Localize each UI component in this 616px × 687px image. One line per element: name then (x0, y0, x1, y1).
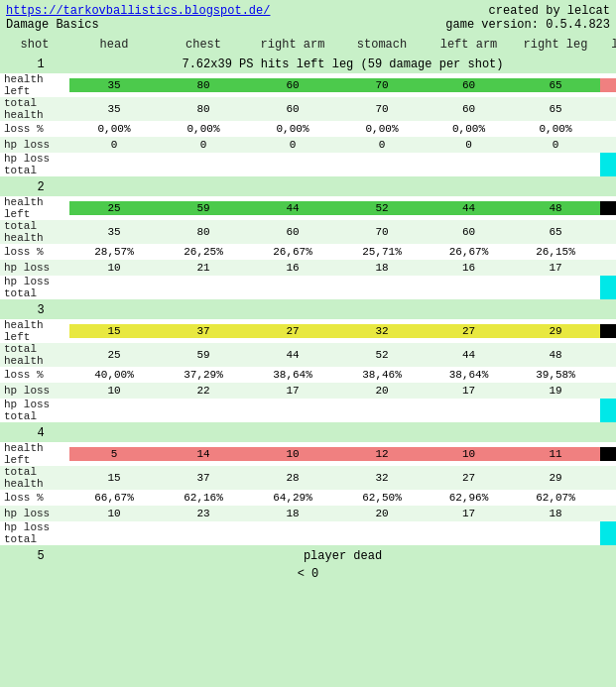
shot-num-3: 3 (6, 303, 75, 317)
cell-4: 44 (427, 348, 511, 362)
cell-6: 65 (600, 348, 616, 362)
cell-3: 70 (337, 78, 427, 92)
cell-0: 10 (69, 384, 159, 398)
cell-2: 27 (248, 324, 337, 338)
cell-1: 62,16% (159, 491, 248, 505)
cell-2: 10 (248, 447, 337, 461)
cell-1: 21 (159, 261, 248, 275)
hp-loss-total-label: hp loss total (0, 153, 69, 176)
cell-2: 60 (248, 225, 337, 239)
cell-5: 65 (511, 78, 600, 92)
cell-4: 26,67% (427, 245, 511, 259)
cell-2: 64,29% (248, 491, 337, 505)
cell-5: 65 (511, 225, 600, 239)
cell-4: 17 (427, 507, 511, 520)
cell-5: 26,15% (511, 245, 600, 259)
data-row-total-health-0: total health35806070606565 (0, 97, 616, 121)
col-shot: shot (0, 38, 69, 52)
shot-title-1: 1 7.62x39 PS hits left leg (59 damage pe… (0, 56, 616, 73)
cell-4: 38,64% (427, 368, 511, 382)
row-label-total-health: total health (0, 97, 69, 121)
shot-title-3: 3 (0, 301, 616, 319)
row-label-loss-%: loss % (0, 123, 69, 135)
cell-5: 0 (511, 138, 600, 152)
hp-loss-total-row-1: hp loss total59 (0, 153, 616, 176)
cell-3: 0 (337, 138, 427, 152)
hp-loss-total-row-4: hp loss total106 (0, 521, 616, 545)
row-label-loss-%: loss % (0, 369, 69, 381)
cell-5: 29 (511, 324, 600, 338)
cell-6: 65 (600, 102, 616, 116)
row-label-health-left: health left (0, 196, 69, 220)
cell-4: 27 (427, 324, 511, 338)
cell-2: 17 (248, 384, 337, 398)
data-row-total-health-3: total health15372832272965 (0, 466, 616, 490)
shot-desc-1: 7.62x39 PS hits left leg (59 damage per … (75, 57, 610, 71)
row-label-health-left: health left (0, 442, 69, 466)
cell-3: 25,71% (337, 245, 427, 259)
cell-5: 48 (511, 201, 600, 215)
header-left: https://tarkovballistics.blogspot.de/ Da… (6, 4, 270, 32)
cell-4: 62,96% (427, 491, 511, 505)
cell-3: 12 (337, 447, 427, 461)
cell-5: 18 (511, 507, 600, 520)
cell-4: 10 (427, 447, 511, 461)
cell-3: 0,00% (337, 122, 427, 136)
cell-6: 0 (600, 201, 616, 215)
cell-2: 0,00% (248, 122, 337, 136)
cell-1: 23 (159, 507, 248, 520)
cell-3: 52 (337, 201, 427, 215)
cell-2: 16 (248, 261, 337, 275)
cell-4: 60 (427, 78, 511, 92)
cell-2: 60 (248, 78, 337, 92)
cell-0: 35 (69, 78, 159, 92)
cell-1: 0 (159, 138, 248, 152)
row-label-hp-loss: hp loss (0, 385, 69, 397)
cell-4: 0 (427, 138, 511, 152)
row-label-health-left: health left (0, 319, 69, 343)
cell-2: 60 (248, 102, 337, 116)
cell-6: 100,00% (600, 368, 616, 382)
shot5-block: 5 player dead < 0 (0, 547, 616, 583)
cell-4: 44 (427, 201, 511, 215)
cell-6: 0 (600, 447, 616, 461)
data-row-health-left-3: health left514101210110 (0, 442, 616, 466)
col-left-arm: left arm (427, 38, 511, 52)
hp-loss-total-label: hp loss total (0, 521, 69, 545)
data-row-total-health-1: total health35806070606565 (0, 220, 616, 244)
row-label-loss-%: loss % (0, 492, 69, 504)
shot-num-1: 1 (6, 57, 75, 71)
cell-3: 70 (337, 102, 427, 116)
hp-loss-total-row-3: hp loss total105 (0, 399, 616, 422)
cell-1: 0,00% (159, 122, 248, 136)
shot5-num: 5 (6, 549, 75, 563)
site-url[interactable]: https://tarkovballistics.blogspot.de/ (6, 4, 270, 18)
cell-4: 0,00% (427, 122, 511, 136)
cell-0: 35 (69, 225, 159, 239)
row-label-hp-loss: hp loss (0, 508, 69, 519)
cell-6: 6 (600, 78, 616, 92)
cell-1: 80 (159, 102, 248, 116)
cell-1: 14 (159, 447, 248, 461)
shot-block-1: 1 7.62x39 PS hits left leg (59 damage pe… (0, 56, 616, 176)
col-chest: chest (159, 38, 248, 52)
data-row-loss-%-1: loss %28,57%26,25%26,67%25,71%26,67%26,1… (0, 244, 616, 260)
cell-6: 100,00% (600, 245, 616, 259)
cell-3: 38,46% (337, 368, 427, 382)
cell-0: 15 (69, 324, 159, 338)
cell-0: 0,00% (69, 122, 159, 136)
hp-loss-total-label: hp loss total (0, 276, 69, 299)
cell-1: 80 (159, 225, 248, 239)
shot-num-2: 2 (6, 180, 75, 194)
row-label-health-left: health left (0, 73, 69, 97)
data-row-health-left-0: health left3580607060656 (0, 73, 616, 97)
data-row-hp-loss-1: hp loss10211618161765 (0, 260, 616, 276)
shot5-desc: player dead (75, 549, 610, 563)
cell-0: 10 (69, 507, 159, 520)
cell-2: 18 (248, 507, 337, 520)
cell-4: 27 (427, 471, 511, 485)
cell-0: 15 (69, 471, 159, 485)
col-left-leg: left leg (600, 38, 616, 52)
row-label-hp-loss: hp loss (0, 139, 69, 151)
cell-2: 38,64% (248, 368, 337, 382)
